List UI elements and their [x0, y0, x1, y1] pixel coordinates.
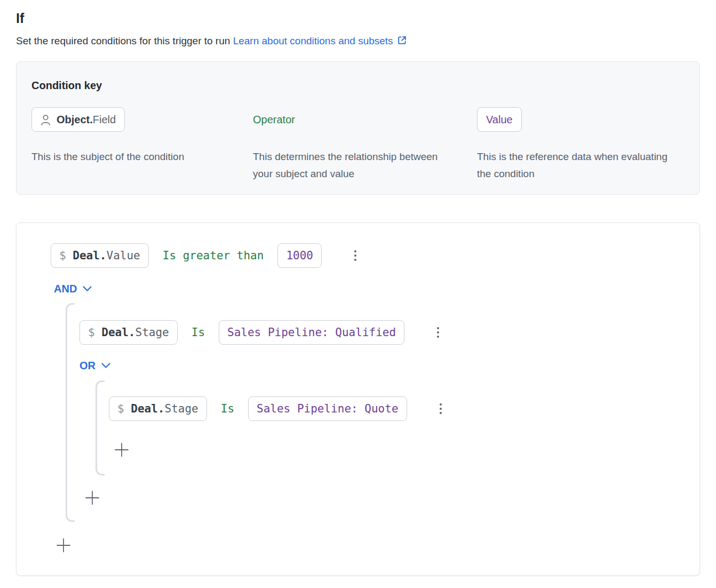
person-icon — [41, 114, 51, 125]
page-title: If — [16, 11, 700, 26]
link-label: Learn about conditions and subsets — [233, 35, 393, 46]
condition-builder-panel: $ Deal.Value Is greater than 1000 AND $ … — [16, 223, 700, 576]
chevron-down-icon — [101, 363, 110, 369]
object-part: Deal. — [73, 249, 106, 262]
plus-icon — [55, 537, 71, 553]
object-field-chip: Object.Field — [31, 107, 125, 132]
field-part: Field — [93, 114, 116, 125]
field-part: Stage — [165, 402, 198, 415]
kebab-dot — [440, 403, 442, 406]
object-field-chip-label: Object.Field — [57, 114, 116, 126]
chevron-down-icon — [83, 286, 92, 292]
operator-selector[interactable]: Is greater than — [163, 249, 264, 262]
value-chip: Value — [477, 107, 522, 132]
object-part: Deal. — [131, 402, 164, 415]
add-condition-or-group-button[interactable] — [114, 442, 130, 458]
kebab-dot — [440, 412, 442, 414]
dollar-prefix: $ — [117, 402, 131, 415]
subject-description: This is the subject of the condition — [31, 148, 225, 165]
plus-icon — [114, 442, 130, 458]
subject-field-selector[interactable]: $ Deal.Value — [51, 243, 149, 268]
value-input[interactable]: Sales Pipeline: Qualified — [219, 320, 404, 345]
plus-icon — [84, 490, 100, 506]
condition-key-title: Condition key — [31, 80, 685, 92]
object-part: Object. — [57, 114, 93, 125]
subject-chip-slot: Object.Field — [31, 107, 253, 132]
kebab-dot — [440, 408, 442, 410]
add-condition-root-button[interactable] — [55, 537, 71, 553]
dollar-prefix: $ — [59, 249, 73, 262]
value-chip-slot: Value — [477, 107, 685, 132]
dollar-prefix: $ — [88, 326, 101, 339]
condition-key-value-column: Value This is the reference data when ev… — [477, 107, 685, 182]
condition-row: $ Deal.Stage Is Sales Pipeline: Qualifie… — [79, 320, 446, 345]
operator-description: This determines the relationship between… — [253, 148, 446, 182]
operator-selector[interactable]: Is — [221, 402, 234, 415]
condition-row: $ Deal.Value Is greater than 1000 — [51, 243, 363, 268]
kebab-dot — [437, 327, 439, 329]
field-part: Stage — [136, 326, 169, 339]
kebab-dot — [437, 331, 439, 333]
subject-field-selector[interactable]: $ Deal.Stage — [79, 320, 178, 345]
learn-about-conditions-link[interactable]: Learn about conditions and subsets — [233, 35, 407, 46]
object-part: Deal. — [101, 326, 135, 339]
kebab-dot — [354, 259, 356, 261]
and-label: AND — [54, 283, 77, 295]
add-condition-and-group-button[interactable] — [84, 490, 100, 506]
condition-key-subject-column: Object.Field This is the subject of the … — [31, 107, 253, 182]
page-subtitle: Set the required conditions for this tri… — [16, 35, 700, 47]
kebab-dot — [354, 250, 356, 252]
value-input[interactable]: 1000 — [277, 243, 322, 268]
and-group-bracket — [66, 303, 75, 522]
or-group-bracket — [96, 380, 105, 475]
value-chip-label: Value — [486, 114, 513, 126]
kebab-menu-icon[interactable] — [433, 401, 449, 417]
subject-field-selector[interactable]: $ Deal.Stage — [109, 396, 207, 421]
or-label: OR — [79, 360, 96, 372]
operator-label: Operator — [253, 114, 295, 126]
or-group-toggle[interactable]: OR — [79, 360, 110, 372]
value-input[interactable]: Sales Pipeline: Quote — [248, 396, 407, 421]
kebab-dot — [437, 336, 439, 338]
operator-selector[interactable]: Is — [192, 326, 205, 339]
external-link-icon — [397, 35, 407, 45]
kebab-menu-icon[interactable] — [347, 248, 363, 264]
field-part: Value — [107, 249, 140, 262]
value-description: This is the reference data when evaluati… — [477, 148, 670, 182]
condition-key-operator-column: Operator This determines the relationshi… — [253, 107, 477, 182]
condition-row: $ Deal.Stage Is Sales Pipeline: Quote — [109, 396, 449, 421]
subtitle-text: Set the required conditions for this tri… — [16, 35, 230, 46]
trigger-conditions-page: If Set the required conditions for this … — [0, 0, 716, 576]
kebab-dot — [354, 255, 356, 257]
condition-key-panel: Condition key Object.Field This is the s… — [16, 61, 700, 195]
and-group-toggle[interactable]: AND — [54, 283, 92, 295]
operator-label-slot: Operator — [253, 107, 477, 132]
kebab-menu-icon[interactable] — [430, 324, 446, 340]
condition-key-grid: Object.Field This is the subject of the … — [31, 107, 685, 182]
